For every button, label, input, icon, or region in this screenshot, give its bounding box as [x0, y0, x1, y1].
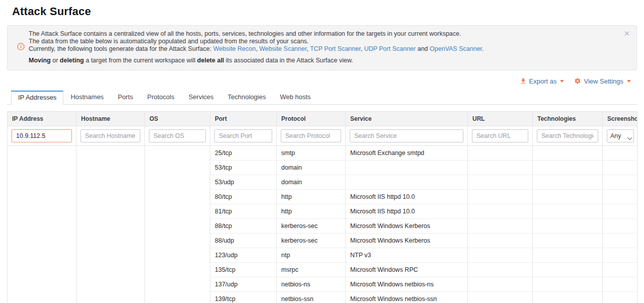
service-cell: Microsoft Windows netbios-ns — [346, 277, 468, 292]
screenshot-cell — [603, 292, 637, 303]
url-cell — [468, 292, 533, 303]
view-settings-label: View Settings — [584, 78, 623, 85]
column-header-url[interactable]: URL — [468, 112, 533, 126]
screenshot-cell — [603, 219, 637, 234]
screenshot-cell — [603, 204, 637, 219]
screenshot-cell — [603, 146, 637, 161]
download-icon — [520, 78, 527, 85]
os-cell — [145, 146, 210, 303]
banner-line-3: Currently, the following tools generate … — [29, 45, 614, 53]
protocol-cell: domain — [277, 175, 346, 190]
os-filter-input[interactable] — [149, 129, 206, 142]
service-filter-input[interactable] — [350, 129, 463, 142]
table-filter-row: Any — [8, 126, 637, 146]
technologies-cell — [533, 234, 603, 248]
screenshot-cell — [603, 248, 637, 263]
tab-services[interactable]: Services — [182, 90, 221, 104]
screenshot-cell — [603, 234, 637, 248]
column-header-service[interactable]: Service — [346, 112, 468, 126]
url-cell — [468, 146, 533, 161]
technologies-cell — [533, 248, 603, 263]
separator: , — [361, 45, 364, 52]
service-cell: Microsoft Windows Kerberos — [346, 219, 468, 234]
url-filter-input[interactable] — [472, 129, 528, 142]
close-icon[interactable]: ✕ — [622, 29, 631, 39]
port-cell: 88/udp — [210, 234, 277, 248]
port-filter-input[interactable] — [214, 129, 272, 142]
tab-bar: IP Addresses Hostnames Ports Protocols S… — [7, 90, 637, 105]
port-cell: 25/tcp — [210, 146, 277, 161]
service-cell: Microsoft IIS httpd 10.0 — [346, 190, 468, 204]
technologies-cell — [533, 292, 603, 303]
separator: . — [482, 45, 484, 52]
link-website-recon[interactable]: Website Recon — [213, 45, 256, 52]
screenshot-cell — [603, 190, 637, 204]
hostname-cell — [76, 146, 145, 303]
technologies-cell — [533, 190, 603, 204]
tab-technologies[interactable]: Technologies — [221, 90, 273, 104]
bold-delete-all: delete all — [197, 57, 224, 64]
table-actions-row: Export as View Settings — [0, 77, 631, 86]
protocol-cell: kerberos-sec — [277, 219, 346, 234]
url-cell — [468, 234, 533, 248]
export-as-button[interactable]: Export as — [520, 78, 565, 85]
port-cell: 137/udp — [210, 277, 277, 292]
link-website-scanner[interactable]: Website Scanner — [259, 45, 306, 52]
bold-deleting: deleting — [60, 57, 84, 64]
column-header-ip-address[interactable]: IP Address — [8, 112, 76, 126]
link-openvas-scanner[interactable]: OpenVAS Scanner — [430, 45, 482, 52]
tab-web-hosts[interactable]: Web hosts — [273, 90, 317, 104]
link-tcp-port-scanner[interactable]: TCP Port Scanner — [310, 45, 361, 52]
port-cell: 139/tcp — [210, 292, 277, 303]
protocol-filter-input[interactable] — [281, 129, 341, 142]
screenshot-filter-select[interactable]: Any — [607, 129, 634, 142]
banner-line-1: The Attack Surface contains a centralize… — [29, 30, 614, 38]
service-cell: Microsoft IIS httpd 10.0 — [346, 204, 468, 219]
link-udp-port-scanner[interactable]: UDP Port Scanner — [364, 45, 416, 52]
column-header-protocol[interactable]: Protocol — [277, 112, 346, 126]
hostname-filter-input[interactable] — [80, 129, 140, 142]
protocol-cell: ntp — [277, 248, 346, 263]
service-cell: Microsoft Exchange smtpd — [346, 146, 468, 161]
url-cell — [468, 219, 533, 234]
text: a target from the current workspace will — [84, 57, 197, 64]
column-header-technologies[interactable]: Technologies — [533, 112, 603, 126]
service-cell — [346, 175, 468, 190]
protocol-cell: netbios-ns — [277, 277, 346, 292]
protocol-cell: http — [277, 190, 346, 204]
tab-protocols[interactable]: Protocols — [140, 90, 181, 104]
table-row[interactable]: 25/tcp smtp Microsoft Exchange smtpd — [8, 146, 637, 161]
column-header-port[interactable]: Port — [210, 112, 277, 126]
info-banner: The Attack Surface contains a centralize… — [7, 25, 637, 70]
page-title: Attack Surface — [12, 5, 644, 18]
column-header-screenshot[interactable]: Screenshot — [603, 112, 637, 126]
service-cell: NTP v3 — [346, 248, 468, 263]
ip-address-filter-input[interactable] — [12, 129, 72, 142]
port-cell: 88/tcp — [210, 219, 277, 234]
port-cell: 81/tcp — [210, 204, 277, 219]
url-cell — [468, 190, 533, 204]
service-cell: Microsoft Windows Kerberos — [346, 234, 468, 248]
technologies-cell — [533, 161, 603, 175]
url-cell — [468, 175, 533, 190]
tab-ip-addresses[interactable]: IP Addresses — [11, 91, 63, 105]
protocol-cell: kerberos-sec — [277, 234, 346, 248]
protocol-cell: smtp — [277, 146, 346, 161]
column-header-hostname[interactable]: Hostname — [76, 112, 145, 126]
tab-ports[interactable]: Ports — [111, 90, 140, 104]
text: or — [51, 57, 60, 64]
tab-hostnames[interactable]: Hostnames — [63, 90, 111, 104]
text: its associated data in the Attack Surfac… — [224, 57, 353, 64]
technologies-filter-input[interactable] — [537, 129, 598, 142]
export-as-label: Export as — [529, 78, 557, 85]
technologies-cell — [533, 204, 603, 219]
banner-line-2: The data from the table below is automat… — [29, 38, 614, 45]
column-header-os[interactable]: OS — [145, 112, 210, 126]
attack-surface-table: IP Address Hostname OS Port Protocol Ser… — [7, 111, 637, 303]
port-cell: 80/tcp — [210, 190, 277, 204]
view-settings-button[interactable]: View Settings — [574, 78, 631, 85]
protocol-cell: http — [277, 204, 346, 219]
technologies-cell — [533, 277, 603, 292]
banner-warning-line: Moving or deleting a target from the cur… — [29, 57, 614, 64]
ip-address-cell — [8, 146, 76, 303]
